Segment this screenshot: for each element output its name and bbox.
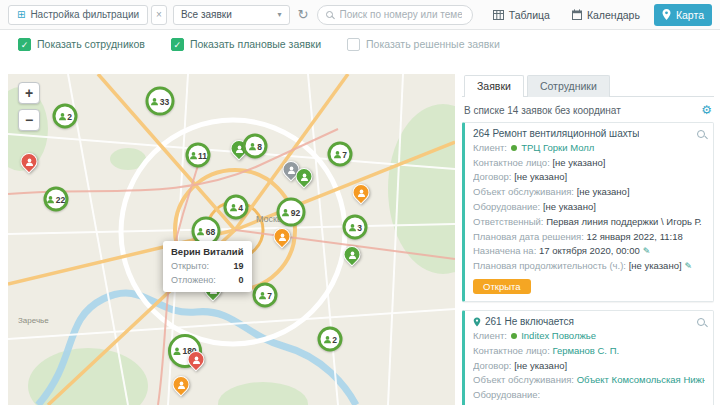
map-cluster[interactable]: 2: [53, 104, 78, 129]
clear-filter-button[interactable]: ×: [151, 5, 167, 25]
magnifier-icon[interactable]: [697, 130, 705, 138]
filter-checkbox[interactable]: ✓Показать сотрудников: [18, 38, 145, 51]
refresh-icon[interactable]: ↻: [298, 8, 309, 21]
map-pin-red[interactable]: [184, 347, 208, 371]
person-icon: [258, 291, 266, 299]
map-cluster[interactable]: 4: [224, 195, 249, 220]
status-button[interactable]: Открыта: [473, 279, 531, 294]
field-label: Договор:: [473, 360, 512, 371]
map-cluster[interactable]: 11: [186, 143, 211, 168]
filter-settings-button[interactable]: ⊞ Настройка фильтрации: [8, 5, 148, 25]
field-value[interactable]: ТРЦ Горки Молл: [521, 142, 594, 153]
checkbox-icon: ✓: [18, 38, 31, 51]
tab-requests[interactable]: Заявки: [464, 75, 524, 97]
tooltip-rows: Открыто:19Отложено:0: [171, 260, 244, 287]
cluster-count: 68: [206, 226, 215, 236]
ticket-card: 261 Не включаетсяКлиент: Inditex Поволжь…: [462, 310, 714, 405]
ticket-header: 261 Не включается: [473, 316, 705, 327]
cluster-count: 2: [332, 334, 337, 344]
map-cluster[interactable]: 92: [277, 198, 306, 227]
panel-tabs: ЗаявкиСотрудники: [462, 74, 714, 97]
cluster-count: 4: [238, 202, 243, 212]
pin-inner: [354, 185, 369, 200]
field-value: [не указано]: [543, 201, 596, 212]
field-value: [не указано]: [552, 157, 605, 168]
field-value[interactable]: Объект Комсомольская Нижний ...: [577, 374, 705, 385]
map-cluster[interactable]: 22: [44, 187, 69, 212]
filter-checkbox[interactable]: Показать решенные заявки: [347, 38, 500, 51]
map-pin-green[interactable]: [292, 164, 316, 188]
ticket-field: Клиент: ТРЦ Горки Молл: [473, 141, 705, 156]
ticket-field: Назначена на: 17 октября 2020, 00:00✎: [473, 244, 705, 259]
field-value: [не указано]: [514, 171, 567, 182]
cluster-count: 7: [342, 149, 347, 159]
search-icon: [326, 11, 333, 18]
cluster-count: 2: [67, 111, 72, 121]
checkbox-icon: ✓: [171, 38, 184, 51]
person-icon: [333, 150, 341, 158]
map-pin-green[interactable]: [340, 242, 364, 266]
ticket-title[interactable]: 261 Не включается: [485, 316, 574, 327]
map-cluster[interactable]: 3: [343, 215, 368, 240]
field-label: Клиент:: [473, 142, 507, 153]
calendar-icon: [572, 9, 582, 20]
cluster-count: 7: [267, 290, 272, 300]
tooltip-row: Открыто:19: [171, 260, 244, 274]
map-pin-orange[interactable]: [169, 372, 193, 396]
filter-icon: ⊞: [17, 10, 25, 20]
map-cluster[interactable]: 2: [318, 327, 343, 352]
filter-checkbox[interactable]: ✓Показать плановые заявки: [171, 38, 321, 51]
person-icon: [300, 173, 308, 181]
requests-filter-select[interactable]: Все заявки ▾: [173, 5, 290, 25]
person-icon: [177, 381, 185, 389]
person-icon: [189, 151, 197, 159]
location-pin-icon: [473, 317, 481, 327]
map-cluster[interactable]: 7: [253, 283, 278, 308]
checkbox-label: Показать решенные заявки: [366, 38, 500, 50]
toolbar: ⊞ Настройка фильтрации × Все заявки ▾ ↻ …: [0, 0, 720, 30]
field-value[interactable]: Германов С. П.: [552, 345, 619, 356]
field-value[interactable]: Inditex Поволжье: [521, 330, 596, 341]
checkbox-icon: [347, 38, 360, 51]
field-value: 17 октября 2020, 00:00: [539, 245, 640, 256]
view-calendar-button[interactable]: Календарь: [564, 4, 648, 26]
no-coords-info: В списке 14 заявок без координат: [464, 105, 621, 116]
search-box[interactable]: [317, 5, 473, 25]
zoom-in-button[interactable]: +: [18, 82, 40, 104]
tab-employees[interactable]: Сотрудники: [527, 75, 610, 97]
cluster-count: 92: [291, 207, 300, 217]
field-label: Плановая дата решения:: [473, 231, 584, 242]
view-map-button[interactable]: Карта: [654, 4, 712, 26]
person-icon: [348, 223, 356, 231]
info-row: В списке 14 заявок без координат ⚙: [462, 97, 714, 122]
ticket-field: Ответственный: Первая линия поддержки \ …: [473, 215, 705, 230]
edit-icon[interactable]: ✎: [685, 261, 693, 271]
cluster-count: 11: [198, 150, 207, 160]
pin-inner: [275, 229, 290, 244]
field-label: Оборудование:: [473, 389, 540, 400]
search-input[interactable]: [338, 8, 464, 21]
edit-icon[interactable]: ✎: [643, 246, 651, 256]
ticket-title[interactable]: 264 Ремонт вентиляционной шахты: [473, 128, 639, 139]
view-table-button[interactable]: Таблица: [485, 4, 558, 26]
map-pin-red[interactable]: [17, 149, 41, 173]
field-label: Контактное лицо:: [473, 157, 550, 168]
pin-inner: [174, 377, 189, 392]
person-icon: [58, 112, 66, 120]
field-label: Договор:: [473, 171, 512, 182]
status-dot-icon: [511, 333, 517, 339]
map-cluster[interactable]: 33: [146, 87, 175, 116]
map-cluster[interactable]: 8: [243, 134, 268, 159]
zoom-out-button[interactable]: −: [18, 109, 40, 131]
person-icon: [25, 158, 33, 166]
map-cluster[interactable]: 7: [328, 142, 353, 167]
tooltip-employee-name: Верин Виталий: [171, 246, 244, 257]
view-calendar-label: Календарь: [587, 9, 640, 21]
map-pin-orange[interactable]: [349, 180, 373, 204]
map-pin-orange[interactable]: [270, 224, 294, 248]
gear-icon[interactable]: ⚙: [701, 104, 712, 116]
magnifier-icon[interactable]: [697, 318, 705, 326]
view-map-label: Карта: [676, 9, 704, 21]
ticket-header: 264 Ремонт вентиляционной шахты: [473, 128, 705, 139]
map[interactable]: 23311822792468372180 Верин Виталий Откры…: [8, 74, 455, 405]
